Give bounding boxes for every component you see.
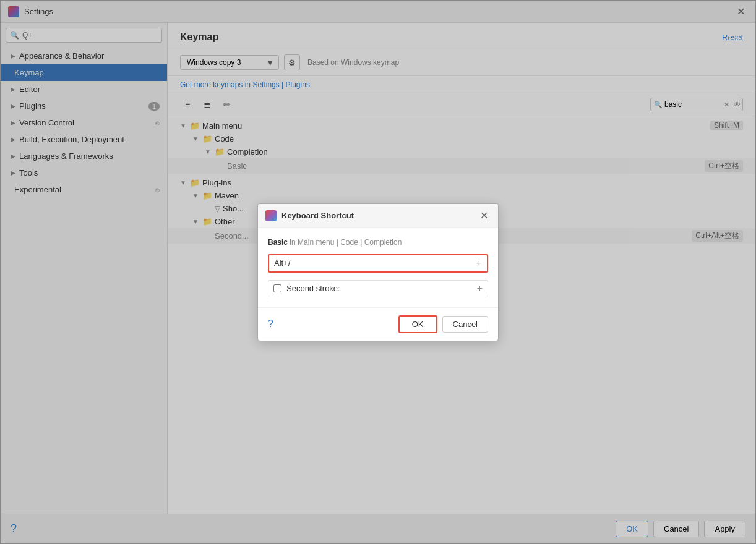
dialog-close-button[interactable]: ✕ bbox=[477, 209, 491, 223]
shortcut-input-wrap[interactable]: + bbox=[268, 254, 488, 273]
dialog-cancel-button[interactable]: Cancel bbox=[442, 316, 488, 333]
shortcut-input[interactable] bbox=[274, 258, 476, 268]
dialog-ok-button[interactable]: OK bbox=[398, 315, 437, 333]
breadcrumb-rest: in Main menu | Code | Completion bbox=[288, 238, 402, 247]
dialog-titlebar: Keyboard Shortcut ✕ bbox=[258, 204, 498, 228]
add-shortcut-icon[interactable]: + bbox=[476, 258, 482, 269]
second-stroke-checkbox[interactable] bbox=[273, 284, 281, 292]
second-stroke-label: Second stroke: bbox=[286, 284, 472, 293]
dialog-help-icon[interactable]: ? bbox=[268, 318, 273, 329]
breadcrumb-bold: Basic bbox=[268, 238, 288, 247]
dialog-breadcrumb: Basic in Main menu | Code | Completion bbox=[268, 238, 488, 247]
dialog-title: Keyboard Shortcut bbox=[281, 211, 477, 220]
dialog-app-icon bbox=[265, 210, 277, 221]
dialog-body: Basic in Main menu | Code | Completion +… bbox=[258, 228, 498, 307]
second-stroke-row: Second stroke: + bbox=[268, 280, 488, 297]
dialog-footer: ? OK Cancel bbox=[258, 307, 498, 341]
add-second-stroke-icon[interactable]: + bbox=[477, 283, 483, 294]
dialog-overlay: Keyboard Shortcut ✕ Basic in Main menu |… bbox=[0, 0, 756, 544]
keyboard-shortcut-dialog: Keyboard Shortcut ✕ Basic in Main menu |… bbox=[257, 203, 499, 341]
